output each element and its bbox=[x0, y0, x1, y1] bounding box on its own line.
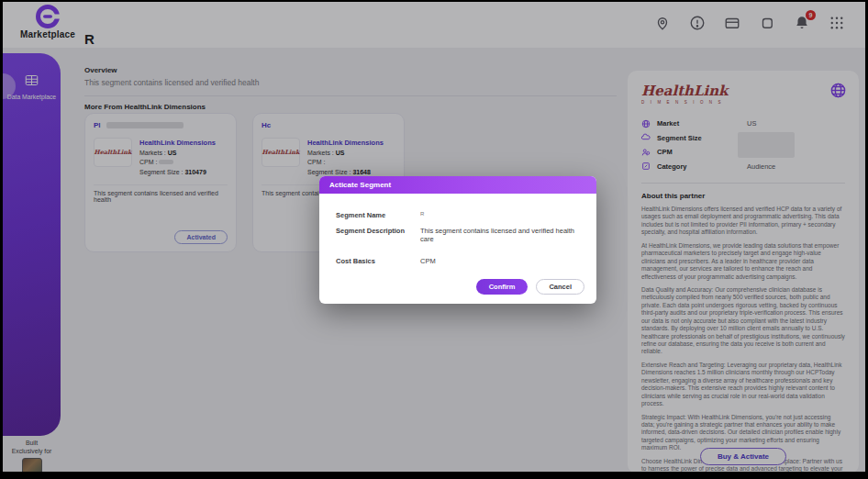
segment-name-value: R bbox=[420, 211, 582, 217]
screenshot-frame: Marketplace bbox=[0, 0, 868, 479]
segment-description-label: Segment Description bbox=[336, 227, 405, 235]
cost-basics-label: Cost Basics bbox=[336, 257, 375, 265]
activate-segment-modal: Acticate Segment Segment Name R Segment … bbox=[319, 176, 596, 304]
modal-title: Acticate Segment bbox=[319, 176, 596, 194]
cost-basics-value: CPM bbox=[420, 257, 582, 265]
segment-description-value: This segment contains licensed and verif… bbox=[420, 227, 582, 243]
cancel-button[interactable]: Cancel bbox=[536, 279, 584, 295]
segment-name-label: Segment Name bbox=[336, 211, 385, 219]
confirm-button[interactable]: Confirm bbox=[476, 279, 529, 295]
app-window: Marketplace bbox=[3, 2, 865, 472]
